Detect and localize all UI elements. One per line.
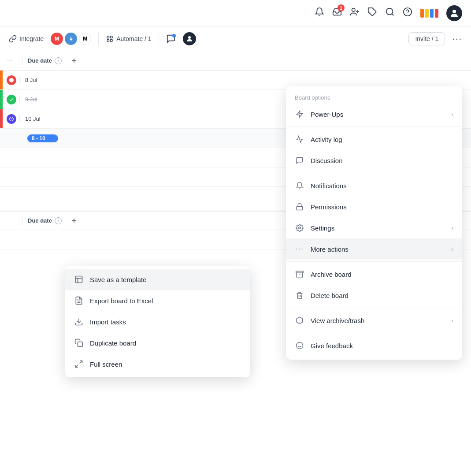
slack-icon[interactable]: # — [65, 33, 77, 45]
menu-item-settings[interactable]: Settings › — [286, 217, 462, 238]
menu-title: Board options — [286, 90, 462, 104]
integrate-button[interactable]: Integrate — [9, 35, 44, 43]
automate-label: Automate / 1 — [116, 35, 151, 42]
automate-button[interactable]: Automate / 1 — [106, 35, 151, 43]
main-content: ··· Due date i + 8 Jul — [0, 51, 471, 476]
menu-item-discussion[interactable]: Discussion — [286, 150, 462, 171]
help-icon[interactable] — [403, 7, 412, 19]
divider-2 — [159, 33, 159, 45]
person-add-icon[interactable] — [350, 7, 360, 19]
excel-icon — [74, 296, 84, 305]
menu-divider — [286, 308, 462, 308]
inbox-icon[interactable]: 1 — [332, 7, 342, 19]
inbox-badge: 1 — [337, 4, 345, 11]
menu-divider — [286, 126, 462, 127]
dots-icon: ··· — [295, 244, 304, 254]
menu-item-permissions[interactable]: Permissions — [286, 196, 462, 217]
menu-divider — [286, 173, 462, 173]
bolt-icon — [295, 109, 304, 119]
menu-item-view-archive[interactable]: View archive/trash › — [286, 310, 462, 331]
chat-bubble-icon — [295, 156, 304, 165]
svg-point-13 — [188, 36, 191, 39]
more-actions-item-duplicate-board[interactable]: Duplicate board — [65, 332, 250, 353]
archive-trash-icon — [295, 316, 304, 325]
menu-item-give-feedback[interactable]: Give feedback — [286, 335, 462, 356]
more-actions-item-save-template[interactable]: Save as a template — [65, 269, 250, 290]
bell-menu-icon — [295, 181, 304, 190]
top-nav: 1 — [0, 0, 471, 26]
svg-point-8 — [452, 10, 456, 13]
svg-rect-10 — [111, 36, 113, 38]
menu-item-label: Discussion — [311, 157, 343, 164]
svg-rect-11 — [107, 39, 109, 41]
lock-icon — [295, 202, 304, 212]
more-actions-item-export-excel[interactable]: Export board to Excel — [65, 290, 250, 311]
more-actions-item-label: Duplicate board — [90, 339, 136, 347]
svg-line-5 — [392, 14, 393, 15]
menu-item-label: Notifications — [311, 182, 347, 190]
chart-line-icon — [295, 134, 304, 144]
menu-item-label: Delete board — [311, 292, 349, 299]
menu-item-label: Power-Ups — [311, 111, 343, 118]
search-icon[interactable] — [385, 7, 395, 19]
menu-divider — [286, 261, 462, 262]
chat-button[interactable] — [166, 34, 176, 44]
menu-item-label: Archive board — [311, 271, 352, 278]
user-avatar[interactable] — [446, 5, 462, 21]
svg-line-32 — [76, 365, 78, 368]
svg-point-0 — [352, 8, 355, 11]
menu-divider — [286, 333, 462, 333]
invite-button[interactable]: Invite / 1 — [408, 32, 445, 45]
toolbar: Integrate M # M Automate / 1 — [0, 26, 471, 51]
svg-point-20 — [299, 227, 301, 229]
menu-item-label: View archive/trash — [311, 317, 364, 324]
menu-item-activity-log[interactable]: Activity log — [286, 129, 462, 150]
chevron-right-icon: › — [451, 317, 453, 324]
menu-item-notifications[interactable]: Notifications — [286, 175, 462, 196]
import-icon — [74, 317, 84, 327]
gmail-icon[interactable]: M — [79, 33, 91, 45]
svg-point-23 — [297, 342, 303, 349]
svg-rect-26 — [76, 276, 82, 283]
svg-line-31 — [80, 361, 82, 364]
divider-1 — [98, 33, 99, 45]
more-actions-item-label: Save as a template — [90, 276, 146, 283]
svg-rect-30 — [78, 342, 83, 347]
gear-icon — [295, 223, 304, 233]
menu-item-power-ups[interactable]: Power-Ups › — [286, 104, 462, 125]
more-actions-item-label: Import tasks — [90, 318, 126, 326]
menu-item-archive-board[interactable]: Archive board — [286, 264, 462, 285]
menu-item-delete-board[interactable]: Delete board — [286, 285, 462, 306]
bell-icon[interactable] — [315, 7, 324, 19]
puzzle-icon[interactable] — [367, 7, 377, 19]
menu-item-more-actions[interactable]: ··· More actions › — [286, 238, 462, 260]
toolbar-avatar[interactable] — [183, 32, 196, 45]
menu-item-label: Activity log — [311, 136, 342, 143]
chevron-right-icon: › — [451, 224, 453, 231]
monday-icon[interactable]: M — [51, 33, 63, 45]
more-actions-item-label: Full screen — [90, 361, 122, 368]
svg-rect-9 — [107, 36, 109, 38]
board-options-menu: Board options Power-Ups › Activity log — [286, 86, 462, 360]
more-actions-item-full-screen[interactable]: Full screen — [65, 353, 250, 375]
svg-point-4 — [386, 8, 393, 15]
menu-item-label: Permissions — [311, 203, 347, 211]
menu-item-label: Settings — [311, 224, 334, 232]
integrate-label: Integrate — [19, 35, 44, 42]
more-actions-submenu: Save as a template Export board to Excel — [65, 266, 250, 377]
template-icon — [74, 275, 84, 284]
chat-notification-dot — [172, 34, 176, 37]
menu-item-label: Give feedback — [311, 342, 353, 350]
more-actions-item-label: Export board to Excel — [90, 297, 153, 305]
svg-rect-21 — [296, 271, 304, 273]
more-options-button[interactable]: ··· — [452, 33, 462, 44]
speech-bubble-icon — [295, 341, 304, 350]
svg-rect-12 — [111, 39, 113, 41]
more-actions-item-import-tasks[interactable]: Import tasks — [65, 311, 250, 332]
menu-item-label: More actions — [311, 245, 349, 253]
integration-icons: M # M — [51, 33, 91, 45]
archive-icon — [295, 269, 304, 279]
trash-icon — [295, 290, 304, 300]
svg-marker-18 — [297, 111, 303, 118]
chevron-right-icon: › — [451, 111, 453, 118]
